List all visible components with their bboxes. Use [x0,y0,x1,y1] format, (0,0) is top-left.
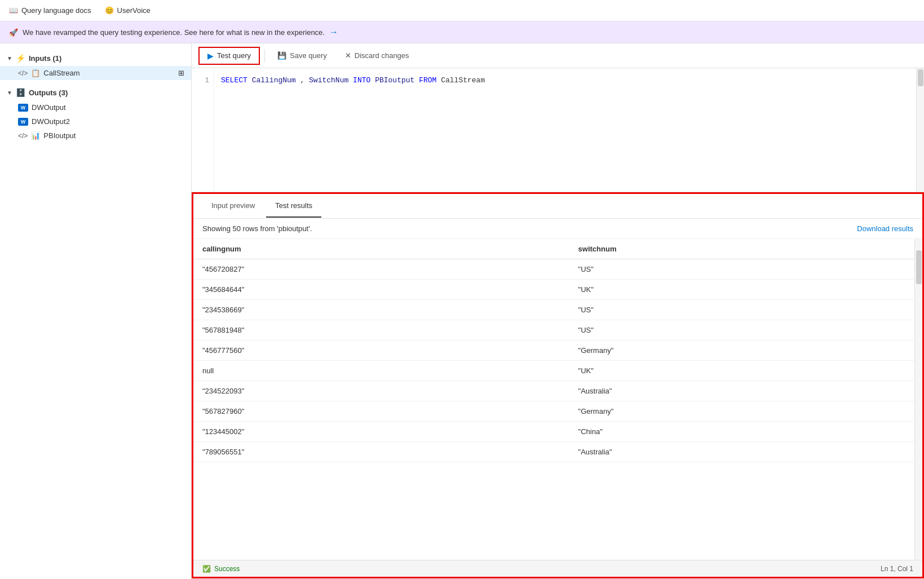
kw-from: FROM [419,76,436,85]
cell-switchnum: "UK" [569,361,922,381]
table-row: null"UK" [193,361,922,381]
col-header-callingnum: callingnum [193,239,569,259]
banner-arrow[interactable]: → [329,27,338,37]
query-docs-label: Query language docs [21,6,91,15]
banner: 🚀 We have revamped the query testing exp… [0,21,924,43]
rocket-icon: 🚀 [9,28,18,37]
results-table: callingnum switchnum "456720827""US""345… [193,239,922,462]
cell-callingnum: "234538669" [193,300,569,320]
test-query-button[interactable]: ▶ Test query [198,47,260,65]
play-icon: ▶ [207,51,214,60]
code-icon: </> [18,69,28,77]
results-header: Showing 50 rows from 'pbioutput'. Downlo… [193,219,922,239]
pbi-code-icon: </> [18,132,28,140]
cell-callingnum: "123445002" [193,422,569,442]
results-scrollbar-thumb [916,250,922,284]
cell-callingnum: "345684644" [193,280,569,300]
close-icon: ✕ [345,51,351,60]
status-bar: ✅ Success Ln 1, Col 1 [193,560,922,577]
banner-text: We have revamped the query testing exper… [23,28,325,37]
cell-switchnum: "US" [569,320,922,341]
cell-callingnum: "567827960" [193,401,569,422]
test-query-label: Test query [217,51,251,60]
cell-switchnum: "UK" [569,280,922,300]
save-query-label: Save query [290,51,327,60]
table-row: "234538669""US" [193,300,922,320]
uservoice-icon: 😊 [105,6,114,15]
cell-switchnum: "Australia" [569,381,922,401]
cell-switchnum: "US" [569,300,922,320]
uservoice-link[interactable]: 😊 UserVoice [105,6,151,15]
outputs-chevron: ▼ [7,90,12,96]
cursor-position: Ln 1, Col 1 [881,565,913,573]
cell-switchnum: "Germany" [569,401,922,422]
table-row: "345684644""UK" [193,280,922,300]
query-content[interactable]: SELECT CallingNum , SwitchNum INTO PBIou… [214,68,924,192]
callstream-item[interactable]: </> 📋 CallStream ⊞ [0,66,191,80]
table-row: "456720827""US" [193,259,922,280]
discard-changes-button[interactable]: ✕ Discard changes [337,48,417,63]
editor-scrollbar[interactable] [916,68,924,192]
cell-switchnum: "Germany" [569,341,922,361]
success-icon: ✅ [202,565,211,573]
comma1: , [300,76,309,85]
toolbar: ▶ Test query 💾 Save query ✕ Discard chan… [192,43,924,68]
col-callingnum: CallingNum [252,76,296,85]
inputs-header[interactable]: ▼ ⚡ Inputs (1) [0,50,191,66]
save-icon: 💾 [277,51,286,60]
download-results-link[interactable]: Download results [857,224,913,233]
table-row: "123445002""China" [193,422,922,442]
tbl-callstream: CallStream [441,76,485,85]
tab-test-results[interactable]: Test results [266,195,321,218]
dwoutput2-item[interactable]: W DWOutput2 [0,114,191,129]
pbi-chart-icon: 📊 [31,131,40,140]
cell-callingnum: null [193,361,569,381]
results-table-wrap[interactable]: callingnum switchnum "456720827""US""345… [193,239,922,560]
results-info: Showing 50 rows from 'pbioutput'. [202,224,312,233]
tab-input-preview[interactable]: Input preview [202,195,264,218]
line-numbers: 1 [192,68,214,192]
query-editor[interactable]: 1 SELECT CallingNum , SwitchNum INTO PBI… [192,68,924,192]
table-row: "234522093""Australia" [193,381,922,401]
inputs-section: ▼ ⚡ Inputs (1) </> 📋 CallStream ⊞ [0,48,191,82]
cell-callingnum: "234522093" [193,381,569,401]
outputs-db-icon: 🗄️ [16,88,25,97]
results-scrollbar[interactable] [914,239,922,560]
cell-callingnum: "456720827" [193,259,569,280]
dw-icon-1: W [18,104,28,112]
outputs-header[interactable]: ▼ 🗄️ Outputs (3) [0,85,191,100]
query-docs-link[interactable]: 📖 Query language docs [9,6,91,15]
success-label: Success [214,565,240,573]
table-row: "567827960""Germany" [193,401,922,422]
toolbar-separator-1 [264,49,265,63]
dwoutput2-label: DWOutput2 [32,117,70,126]
cell-callingnum: "456777560" [193,341,569,361]
cell-callingnum: "567881948" [193,320,569,341]
editor-scrollbar-thumb [918,69,923,86]
inputs-label: Inputs (1) [29,54,62,63]
outputs-section: ▼ 🗄️ Outputs (3) W DWOutput W DWOutput2 … [0,82,191,145]
save-query-button[interactable]: 💾 Save query [269,48,335,63]
top-nav: 📖 Query language docs 😊 UserVoice [0,0,924,21]
callstream-label: CallStream [43,69,79,77]
results-table-body: "456720827""US""345684644""UK""234538669… [193,259,922,462]
pbioutput-item[interactable]: </> 📊 PBIoutput [0,129,191,143]
col-header-switchnum: switchnum [569,239,922,259]
tbl-pbioutput: PBIoutput [375,76,414,85]
dwoutput-item[interactable]: W DWOutput [0,100,191,114]
dw-icon-2: W [18,118,28,126]
preview-icon: ⊞ [178,69,184,77]
table-row: "456777560""Germany" [193,341,922,361]
book-icon: 📖 [9,6,18,15]
sidebar: ▼ ⚡ Inputs (1) </> 📋 CallStream ⊞ ▼ 🗄️ O… [0,43,192,578]
cell-switchnum: "Australia" [569,442,922,462]
results-panel: Input preview Test results Showing 50 ro… [192,192,924,578]
discard-label: Discard changes [355,51,409,60]
stream-icon-2: 📋 [31,69,40,77]
table-header-row: callingnum switchnum [193,239,922,259]
kw-select: SELECT [221,76,247,85]
table-row: "567881948""US" [193,320,922,341]
kw-into: INTO [353,76,370,85]
cell-switchnum: "China" [569,422,922,442]
tabs-bar: Input preview Test results [193,194,922,219]
